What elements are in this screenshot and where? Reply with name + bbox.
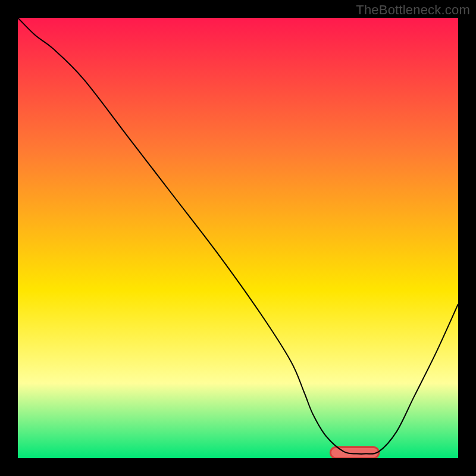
gradient-bg: [18, 18, 458, 458]
plot-area: [18, 18, 458, 458]
plot-svg: [18, 18, 458, 458]
optimal-band: [330, 447, 378, 459]
chart-container: TheBottleneck.com: [0, 0, 476, 476]
svg-rect-0: [330, 447, 378, 459]
watermark-text: TheBottleneck.com: [356, 2, 470, 18]
